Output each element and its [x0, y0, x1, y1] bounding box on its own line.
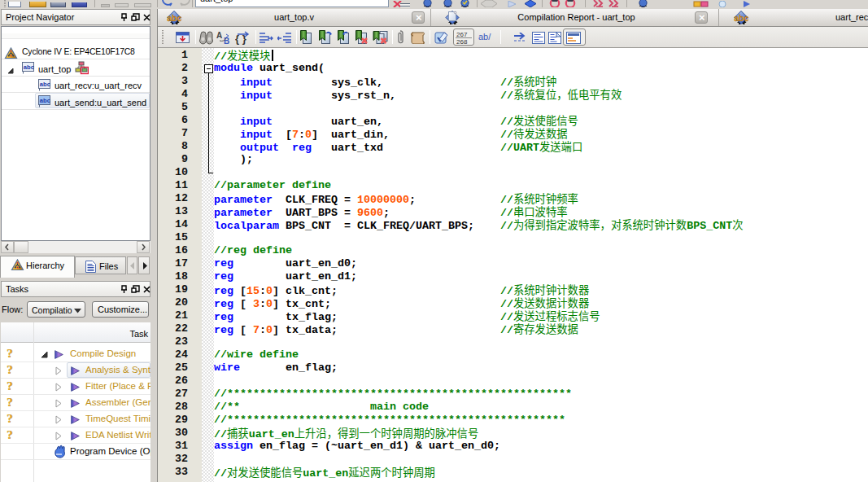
svg-text:268: 268	[456, 38, 468, 45]
svg-text:A: A	[216, 31, 222, 40]
svg-text:abc: abc	[24, 64, 34, 71]
svg-text:ab/: ab/	[478, 33, 491, 42]
svg-text:B: B	[224, 37, 229, 45]
svg-text:267: 267	[456, 31, 468, 38]
svg-text:abc: abc	[40, 97, 50, 104]
svg-text:abc: abc	[40, 81, 50, 88]
